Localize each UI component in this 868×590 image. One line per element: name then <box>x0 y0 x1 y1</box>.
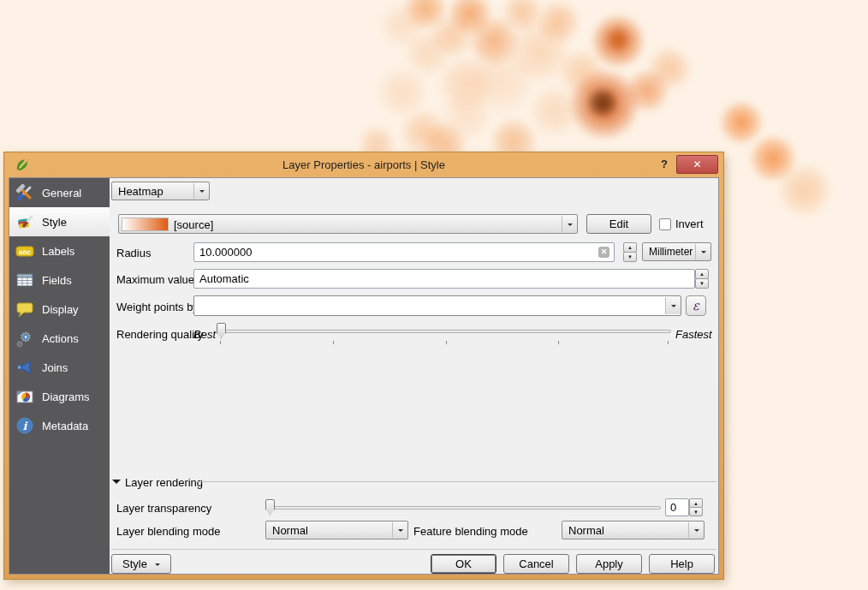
renderer-type-select[interactable]: Heatmap <box>111 182 210 200</box>
layer-rendering-title: Layer rendering <box>125 476 203 489</box>
svg-text:abc: abc <box>19 248 31 256</box>
chevron-down-icon <box>688 522 704 538</box>
spin-down-icon[interactable]: ▼ <box>695 278 709 289</box>
slider-handle[interactable] <box>217 323 226 339</box>
radius-value: 10.000000 <box>199 246 252 259</box>
desktop-canvas: Layer Properties - airports | Style ? ✕ … <box>0 0 868 590</box>
window-title: Layer Properties - airports | Style <box>4 158 723 171</box>
sidebar-item-label: Labels <box>42 245 74 258</box>
chevron-down-icon <box>562 216 577 232</box>
help-label: Help <box>670 557 693 570</box>
invert-checkbox[interactable] <box>659 218 671 230</box>
sidebar-item-style[interactable]: Style <box>9 207 110 236</box>
heatmap-blob <box>529 86 580 137</box>
expression-builder-button[interactable]: ε <box>686 295 706 316</box>
feature-blending-select[interactable]: Normal <box>562 521 705 539</box>
slider-tick <box>668 341 669 344</box>
footer-divider <box>111 549 716 550</box>
svg-text:⚙: ⚙ <box>16 340 23 348</box>
heatmap-blob <box>777 163 832 218</box>
sidebar-item-label: Diagrams <box>42 390 90 403</box>
clear-field-icon[interactable]: ✕ <box>598 247 609 258</box>
heatmap-blob <box>441 90 492 141</box>
color-ramp-select[interactable]: [source] <box>118 214 578 234</box>
layer-transparency-slider[interactable] <box>265 499 661 516</box>
chevron-down-icon <box>392 522 407 538</box>
abc-label-icon: abc <box>14 241 36 260</box>
collapse-triangle-icon[interactable] <box>112 480 121 488</box>
sidebar-item-joins[interactable]: Joins <box>9 353 110 382</box>
layer-transparency-value: 0 <box>670 501 676 514</box>
layer-transparency-spinner[interactable]: ▲ ▼ <box>689 498 703 516</box>
spin-down-icon[interactable]: ▼ <box>689 507 703 516</box>
diagram-icon <box>14 387 36 406</box>
sidebar-item-labels[interactable]: abc Labels <box>9 236 110 265</box>
weight-points-select[interactable] <box>193 295 681 316</box>
chevron-down-icon <box>155 563 160 569</box>
slider-tick <box>446 341 447 344</box>
sidebar: General Style <box>9 178 110 574</box>
heatmap-blob <box>625 69 669 113</box>
chevron-down-icon <box>665 297 681 314</box>
edit-ramp-label: Edit <box>609 218 628 230</box>
sidebar-item-label: General <box>42 187 81 200</box>
color-ramp-value: [source] <box>174 218 213 230</box>
dialog-client-area: General Style <box>9 177 719 575</box>
layer-transparency-label: Layer transparency <box>116 502 211 515</box>
layer-blending-label: Layer blending mode <box>116 525 220 538</box>
gears-icon: ⚙ ⚙ <box>14 329 36 348</box>
apply-button[interactable]: Apply <box>576 554 642 574</box>
join-arrow-icon <box>14 358 36 377</box>
style-panel: Heatmap [source] Edit Invert Radius 10 <box>110 178 718 574</box>
speech-bubble-icon <box>14 300 36 319</box>
ok-button[interactable]: OK <box>431 554 496 574</box>
slider-handle[interactable] <box>265 499 275 516</box>
group-divider <box>197 481 716 482</box>
close-button[interactable]: ✕ <box>676 155 718 174</box>
maximum-value-spinner[interactable]: ▲ ▼ <box>695 269 709 289</box>
chevron-down-icon <box>695 244 710 259</box>
radius-unit-value: Millimeter <box>649 246 693 258</box>
slider-groove <box>217 330 671 333</box>
radius-input[interactable]: 10.000000 <box>193 242 615 262</box>
cancel-button[interactable]: Cancel <box>503 554 569 574</box>
quality-best-label: Best <box>193 328 216 341</box>
sidebar-item-display[interactable]: Display <box>9 295 110 324</box>
edit-ramp-button[interactable]: Edit <box>586 214 651 234</box>
help-titlebar-button[interactable]: ? <box>657 158 672 173</box>
slider-groove <box>265 506 661 510</box>
sidebar-item-label: Actions <box>42 332 79 345</box>
maximum-value-input[interactable]: Automatic <box>193 269 695 289</box>
cancel-label: Cancel <box>519 557 553 570</box>
info-icon: i <box>14 416 36 435</box>
weight-points-label: Weight points by <box>116 301 199 313</box>
slider-tick <box>333 341 334 344</box>
layer-blending-select[interactable]: Normal <box>265 521 408 539</box>
sidebar-item-actions[interactable]: ⚙ ⚙ Actions <box>9 324 110 353</box>
sidebar-item-fields[interactable]: Fields <box>9 265 110 295</box>
style-menu-label: Style <box>122 557 147 570</box>
sidebar-item-label: Style <box>42 216 67 229</box>
heatmap-blob <box>586 86 619 119</box>
spin-down-icon[interactable]: ▼ <box>623 252 637 262</box>
help-button[interactable]: Help <box>649 554 715 574</box>
tools-icon <box>14 183 36 202</box>
sidebar-item-label: Joins <box>42 361 68 374</box>
rendering-quality-label: Rendering quality <box>116 328 203 341</box>
radius-spinner[interactable]: ▲ ▼ <box>623 242 637 262</box>
sidebar-item-diagrams[interactable]: Diagrams <box>9 382 110 411</box>
rendering-quality-slider[interactable] <box>217 323 671 339</box>
slider-tick <box>558 341 559 344</box>
maximum-value-text: Automatic <box>199 272 249 285</box>
layer-properties-dialog: Layer Properties - airports | Style ? ✕ … <box>4 152 723 579</box>
maximum-value-label: Maximum value <box>116 273 194 286</box>
title-bar[interactable]: Layer Properties - airports | Style ? ✕ <box>4 152 723 177</box>
radius-unit-select[interactable]: Millimeter <box>642 242 711 261</box>
layer-transparency-input[interactable]: 0 <box>665 498 689 516</box>
layer-blending-value: Normal <box>272 524 308 537</box>
sidebar-item-general[interactable]: General <box>9 178 110 207</box>
style-menu-button[interactable]: Style <box>111 554 171 574</box>
paintbrush-icon <box>14 212 36 231</box>
sidebar-item-metadata[interactable]: i Metadata <box>9 411 110 440</box>
heatmap-blob <box>719 100 764 145</box>
